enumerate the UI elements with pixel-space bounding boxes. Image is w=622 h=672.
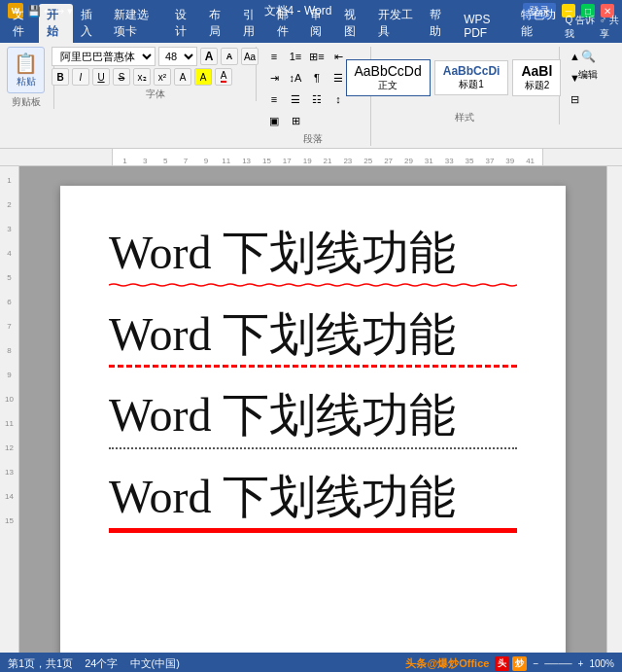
multilevel-button[interactable]: ⊞≡ bbox=[307, 47, 327, 66]
bullets-button[interactable]: ≡ bbox=[264, 47, 284, 66]
paragraph-group-label: 段落 bbox=[303, 132, 323, 146]
page-wrapper: Word 下划线功能 Word 下划线功能 Word 下划线功能 Word 下划… bbox=[19, 166, 606, 653]
language: 中文(中国) bbox=[130, 656, 180, 671]
tab-review[interactable]: 审阅 bbox=[302, 4, 336, 43]
save-btn-titlebar[interactable]: 💾 bbox=[27, 5, 41, 18]
justify-button[interactable]: ☷ bbox=[307, 89, 327, 109]
style-heading1[interactable]: AaBbCcDi 标题1 bbox=[434, 60, 509, 95]
sort-button[interactable]: ↕A bbox=[286, 68, 305, 88]
text-line-1[interactable]: Word 下划线功能 bbox=[109, 225, 517, 287]
zoom-in-button[interactable]: + bbox=[578, 658, 584, 669]
underline-button[interactable]: U bbox=[92, 68, 110, 86]
edit-label: 编辑 bbox=[578, 68, 598, 82]
tab-special[interactable]: 特色功能 bbox=[513, 4, 566, 43]
ribbon-group-clipboard: 📋 粘贴 剪贴板 bbox=[6, 47, 54, 109]
char-count: 24个字 bbox=[85, 656, 118, 671]
font-color-button[interactable]: A bbox=[215, 68, 232, 86]
comments-link[interactable]: ♂ 共享 bbox=[600, 14, 622, 41]
text-line-4[interactable]: Word 下划线功能 bbox=[109, 469, 517, 531]
ribbon-group-styles: AaBbCcDd 正文 AaBbCcDi 标题1 AaBl 标题2 ▲ ▼ ⊟ … bbox=[379, 47, 560, 124]
tab-wps-pdf[interactable]: WPS PDF bbox=[456, 10, 513, 43]
status-bar-left: 第1页，共1页 24个字 中文(中国) bbox=[8, 656, 180, 671]
align-right-button[interactable]: ☰ bbox=[286, 89, 305, 109]
font-section: 阿里巴巴普惠体 48 A A Aa B I U S x₂ x² A A A bbox=[52, 47, 259, 86]
status-bar: 第1页，共1页 24个字 中文(中国) 头条@爆炒Office 头 炒 − ──… bbox=[0, 653, 622, 672]
text-content-4: Word 下划线功能 bbox=[109, 471, 456, 522]
bold-button[interactable]: B bbox=[52, 68, 69, 86]
font-row2: B I U S x₂ x² A A A bbox=[52, 68, 259, 86]
tab-layout[interactable]: 布局 bbox=[201, 4, 235, 43]
baozha-icon: 炒 bbox=[512, 656, 527, 671]
shading-button[interactable]: ▣ bbox=[264, 111, 284, 130]
tab-help[interactable]: 帮助 bbox=[422, 4, 456, 43]
style-group-label: 样式 bbox=[455, 111, 474, 124]
style-normal[interactable]: AaBbCcDd 正文 bbox=[346, 59, 431, 96]
ribbon-group-edit: 🔍 编辑 bbox=[568, 47, 616, 84]
numbering-button[interactable]: 1≡ bbox=[286, 47, 305, 66]
more-btn-titlebar[interactable]: ▾ bbox=[67, 5, 73, 18]
tab-new-tab[interactable]: 新建选项卡 bbox=[106, 4, 167, 43]
strikethrough-button[interactable]: S bbox=[113, 68, 130, 86]
clipboard-group-label: 剪贴板 bbox=[12, 95, 41, 109]
redo-btn-titlebar[interactable]: ↪ bbox=[55, 5, 64, 18]
show-marks-button[interactable]: ¶ bbox=[307, 68, 327, 88]
tab-view[interactable]: 视图 bbox=[336, 4, 370, 43]
ruler-scale: 1 3 5 7 9 11 13 15 17 19 21 23 25 27 29 … bbox=[112, 149, 543, 165]
tab-references[interactable]: 引用 bbox=[235, 4, 269, 43]
share-link[interactable]: Q 告诉我 bbox=[565, 14, 595, 41]
font-size-select[interactable]: 48 bbox=[158, 47, 197, 66]
watermark-text: 头条@爆炒Office bbox=[405, 656, 489, 671]
paste-icon: 📋 bbox=[14, 52, 38, 75]
vertical-ruler: 12345 678910 1112131415 bbox=[0, 166, 19, 653]
zoom-out-button[interactable]: − bbox=[533, 658, 538, 669]
borders-button[interactable]: ⊞ bbox=[286, 111, 305, 130]
tab-design[interactable]: 设计 bbox=[167, 4, 201, 43]
find-button[interactable]: 🔍 bbox=[569, 47, 607, 66]
right-scrollbar[interactable] bbox=[606, 166, 622, 653]
tab-developer[interactable]: 开发工具 bbox=[370, 4, 423, 43]
style-heading2[interactable]: AaBl 标题2 bbox=[512, 59, 561, 96]
font-format-clear[interactable]: Aa bbox=[241, 48, 259, 65]
underline-double-red-4 bbox=[109, 524, 517, 530]
superscript-button[interactable]: x² bbox=[154, 68, 171, 86]
status-bar-right: 头条@爆炒Office 头 炒 − ──── + 100% bbox=[405, 656, 614, 671]
tab-insert[interactable]: 插入 bbox=[73, 4, 107, 43]
document-page[interactable]: Word 下划线功能 Word 下划线功能 Word 下划线功能 Word 下划… bbox=[60, 186, 566, 653]
horizontal-ruler: 1 3 5 7 9 11 13 15 17 19 21 23 25 27 29 … bbox=[0, 149, 622, 166]
styles-section: AaBbCcDd 正文 AaBbCcDi 标题1 AaBl 标题2 ▲ ▼ ⊟ bbox=[346, 47, 585, 109]
undo-btn-titlebar[interactable]: ↩ bbox=[44, 5, 52, 18]
underline-dotted-3 bbox=[109, 446, 517, 449]
tab-mailings[interactable]: 邮件 bbox=[269, 4, 303, 43]
font-group-label: 字体 bbox=[146, 88, 165, 101]
font-size-increase[interactable]: A bbox=[200, 48, 218, 65]
zoom-slider[interactable]: ──── bbox=[544, 658, 571, 669]
italic-button[interactable]: I bbox=[72, 68, 89, 86]
ribbon-tabs: 文件 开始 插入 新建选项卡 设计 布局 引用 邮件 审阅 视图 开发工具 帮助… bbox=[0, 21, 622, 43]
align-center-button[interactable]: ≡ bbox=[264, 89, 284, 109]
text-content-3: Word 下划线功能 bbox=[109, 389, 456, 441]
increase-indent-button[interactable]: ⇥ bbox=[264, 68, 284, 88]
styles-more[interactable]: ⊟ bbox=[565, 89, 584, 109]
underline-wavy-1 bbox=[109, 283, 517, 287]
paste-button[interactable]: 📋 粘贴 bbox=[7, 47, 45, 93]
font-name-select[interactable]: 阿里巴巴普惠体 bbox=[52, 47, 156, 66]
text-line-2[interactable]: Word 下划线功能 bbox=[109, 306, 517, 369]
zoom-level: 100% bbox=[589, 658, 614, 669]
page-info: 第1页，共1页 bbox=[8, 656, 73, 671]
underline-dashed-red-2 bbox=[109, 365, 517, 368]
paste-label: 粘贴 bbox=[17, 75, 36, 88]
subscript-button[interactable]: x₂ bbox=[133, 68, 151, 86]
text-effect-button[interactable]: A bbox=[174, 68, 191, 86]
font-size-decrease[interactable]: A bbox=[221, 48, 238, 65]
ribbon-content: 📋 粘贴 剪贴板 阿里巴巴普惠体 48 A A Aa B I U bbox=[0, 43, 622, 149]
text-content-1: Word 下划线功能 bbox=[109, 227, 456, 278]
clipboard-buttons: 📋 粘贴 bbox=[7, 47, 45, 93]
main-area: 12345 678910 1112131415 Word 下划线功能 Word … bbox=[0, 166, 622, 653]
text-content-2: Word 下划线功能 bbox=[109, 308, 456, 360]
ribbon-group-font: 阿里巴巴普惠体 48 A A Aa B I U S x₂ x² A A A bbox=[62, 47, 257, 101]
text-highlight-button[interactable]: A bbox=[194, 68, 212, 86]
edit-buttons: 🔍 编辑 bbox=[569, 47, 607, 82]
font-row1: 阿里巴巴普惠体 48 A A Aa bbox=[52, 47, 259, 66]
toutiao-icon: 头 bbox=[495, 656, 509, 671]
text-line-3[interactable]: Word 下划线功能 bbox=[109, 387, 517, 449]
